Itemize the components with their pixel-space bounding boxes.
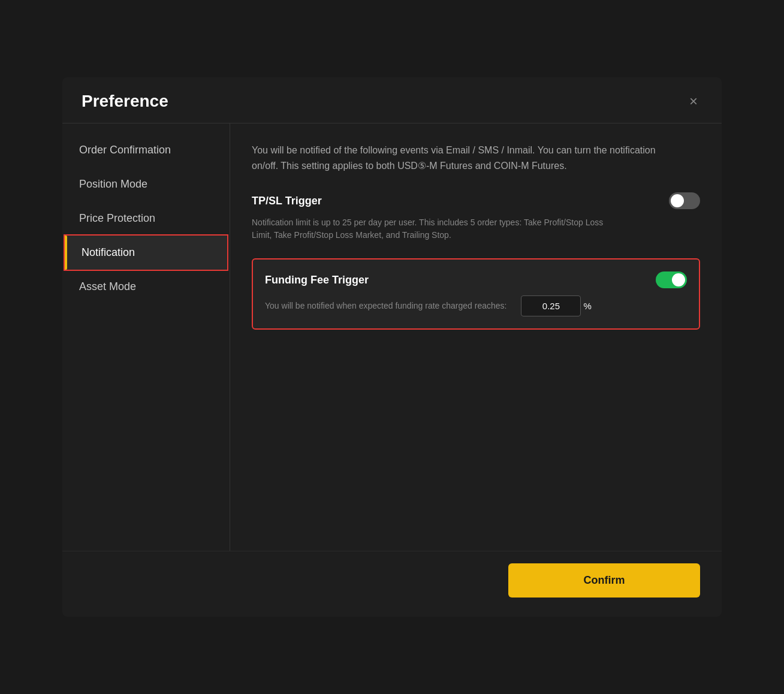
tpsl-trigger-header: TP/SL Trigger: [252, 192, 700, 209]
sidebar-item-price-protection[interactable]: Price Protection: [62, 201, 230, 236]
sidebar-item-label: Notification: [82, 246, 135, 259]
tpsl-toggle-slider: [669, 192, 700, 209]
funding-fee-trigger-description: You will be notified when expected fundi…: [265, 300, 506, 312]
tpsl-trigger-title: TP/SL Trigger: [252, 195, 322, 207]
modal-header: Preference ×: [62, 77, 722, 123]
funding-fee-trigger-header: Funding Fee Trigger: [265, 271, 687, 288]
tpsl-trigger-section: TP/SL Trigger Notification limit is up t…: [252, 192, 700, 242]
notification-description: You will be notified of the following ev…: [252, 143, 671, 173]
funding-fee-rate-unit: %: [583, 301, 591, 311]
confirm-button[interactable]: Confirm: [508, 563, 700, 598]
modal-title: Preference: [82, 92, 168, 111]
sidebar-item-label: Order Confirmation: [79, 144, 171, 156]
funding-fee-desc-row: You will be notified when expected fundi…: [265, 295, 687, 316]
preference-modal: Preference × Order Confirmation Position…: [62, 77, 722, 617]
funding-fee-rate-input[interactable]: [521, 295, 581, 316]
content-area: You will be notified of the following ev…: [230, 123, 722, 551]
close-button[interactable]: ×: [685, 92, 702, 111]
sidebar-item-label: Price Protection: [79, 212, 155, 225]
funding-fee-trigger-toggle[interactable]: [656, 271, 687, 288]
sidebar-item-label: Position Mode: [79, 178, 147, 191]
sidebar-item-notification[interactable]: Notification: [65, 236, 227, 270]
sidebar-item-position-mode[interactable]: Position Mode: [62, 167, 230, 201]
sidebar-item-label: Asset Mode: [79, 280, 136, 293]
sidebar: Order Confirmation Position Mode Price P…: [62, 123, 230, 551]
funding-fee-trigger-section: Funding Fee Trigger You will be notified…: [252, 258, 700, 330]
funding-fee-toggle-slider: [656, 271, 687, 288]
tpsl-trigger-description: Notification limit is up to 25 per day p…: [252, 216, 611, 242]
modal-body: Order Confirmation Position Mode Price P…: [62, 123, 722, 551]
tpsl-trigger-toggle[interactable]: [669, 192, 700, 209]
sidebar-item-asset-mode[interactable]: Asset Mode: [62, 270, 230, 304]
confirm-area: Confirm: [62, 551, 722, 617]
funding-fee-rate-wrapper: %: [521, 295, 591, 316]
notification-item-wrapper: Notification: [65, 236, 227, 270]
sidebar-item-order-confirmation[interactable]: Order Confirmation: [62, 133, 230, 167]
funding-fee-trigger-title: Funding Fee Trigger: [265, 274, 369, 286]
